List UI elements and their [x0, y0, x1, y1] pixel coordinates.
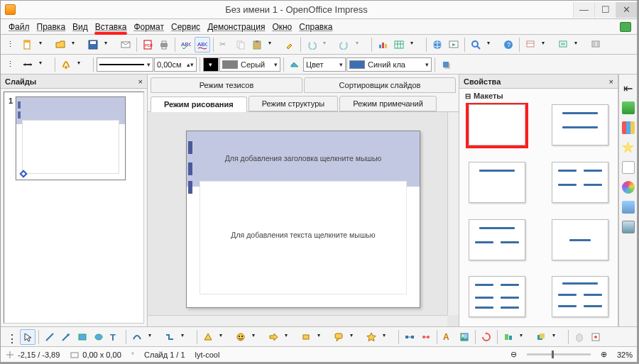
minimize-button[interactable]: —	[573, 2, 594, 18]
grip-icon[interactable]: ⋮	[4, 57, 19, 72]
paste-button[interactable]	[249, 37, 265, 53]
tab-slide-sorter[interactable]: Сортировщик слайдов	[304, 77, 456, 93]
line-style-select[interactable]: ▾	[97, 57, 153, 72]
tab-drawing-mode[interactable]: Режим рисования	[151, 96, 247, 112]
dropdown-icon[interactable]: ▾	[539, 37, 555, 53]
dropdown-icon[interactable]: ▾	[282, 329, 297, 345]
chart-button[interactable]	[375, 37, 390, 53]
table-button[interactable]	[391, 37, 407, 53]
current-slide[interactable]: Для добавления заголовка щелкните мышью …	[186, 131, 420, 308]
spellcheck-button[interactable]: ABC	[178, 37, 194, 53]
new-doc-button[interactable]	[20, 37, 36, 53]
line-color-button[interactable]	[58, 57, 74, 72]
slide-thumbnail[interactable]	[16, 96, 126, 180]
menu-help[interactable]: Справка	[295, 21, 336, 33]
dropdown-icon[interactable]: ▾	[315, 329, 330, 345]
dropdown-icon[interactable]: ▾	[75, 57, 90, 72]
line-width-input[interactable]: 0,00см▴▾	[154, 57, 197, 72]
dropdown-icon[interactable]: ▾	[353, 37, 368, 53]
open-button[interactable]	[53, 37, 68, 53]
undo-button[interactable]	[304, 37, 320, 53]
dropdown-icon[interactable]: ▾	[320, 37, 336, 53]
line-color-swatch[interactable]: ▾	[203, 57, 219, 72]
zoom-in-button[interactable]: ⊕	[601, 350, 607, 359]
export-pdf-button[interactable]: PDF	[140, 37, 155, 53]
menu-slideshow[interactable]: Демонстрация	[204, 21, 268, 33]
dropdown-icon[interactable]: ▾	[550, 329, 565, 345]
block-arrows-tool[interactable]	[266, 329, 281, 345]
flowchart-tool[interactable]	[298, 329, 314, 345]
gallery-icon[interactable]	[622, 201, 635, 214]
menu-view[interactable]: Вид	[69, 21, 92, 33]
download-button-icon[interactable]	[620, 22, 631, 32]
title-placeholder[interactable]: Для добавления заголовка щелкните мышью	[187, 154, 420, 162]
close-button[interactable]: ✕	[616, 2, 637, 18]
menu-file[interactable]: Файл	[5, 21, 33, 33]
dropdown-icon[interactable]: ▾	[249, 329, 265, 345]
autospell-button[interactable]: ABC	[195, 37, 210, 53]
shadow-button[interactable]	[438, 57, 454, 72]
email-button[interactable]	[118, 37, 133, 53]
dropdown-icon[interactable]: ▾	[102, 37, 117, 53]
rotate-tool[interactable]	[479, 329, 494, 345]
area-button[interactable]	[287, 57, 302, 72]
dropdown-icon[interactable]: ▾	[347, 329, 363, 345]
layouts-group-header[interactable]: Макеты	[459, 89, 618, 103]
menu-tools[interactable]: Сервис	[168, 21, 204, 33]
cut-button[interactable]: ✂	[217, 37, 232, 53]
slide-canvas[interactable]: Для добавления заголовка щелкните мышью …	[148, 112, 459, 326]
arrow-style-button[interactable]	[20, 57, 36, 72]
save-button[interactable]	[85, 37, 101, 53]
layout-title-content[interactable]	[552, 104, 608, 145]
points-edit-tool[interactable]	[402, 329, 417, 345]
grip-icon[interactable]: ⋮	[4, 37, 19, 53]
tab-outline-mode[interactable]: Режим тезисов	[151, 77, 302, 93]
dropdown-icon[interactable]: ▾	[217, 329, 232, 345]
menu-edit[interactable]: Правка	[33, 21, 70, 33]
basic-shapes-tool[interactable]	[200, 329, 216, 345]
shadow-color-select[interactable]: Синий кла▾	[346, 57, 432, 72]
layout-title-only[interactable]	[469, 162, 525, 203]
dropdown-icon[interactable]: ▾	[69, 37, 84, 53]
slide-layout-button[interactable]	[588, 37, 604, 53]
zoom-out-button[interactable]: ⊖	[510, 350, 517, 359]
menu-format[interactable]: Формат	[130, 21, 168, 33]
glue-points-tool[interactable]	[418, 329, 434, 345]
properties-panel-close-icon[interactable]: ×	[609, 77, 613, 86]
tab-structure-mode[interactable]: Режим структуры	[248, 96, 339, 111]
symbol-shapes-tool[interactable]	[233, 329, 248, 345]
help-button[interactable]: ?	[501, 37, 516, 53]
curve-tool[interactable]	[129, 329, 145, 345]
print-button[interactable]	[156, 37, 172, 53]
dropdown-icon[interactable]: ▾	[517, 329, 532, 345]
layout-two-content[interactable]	[552, 162, 608, 203]
dropdown-icon[interactable]: ▾	[36, 37, 52, 53]
stars-tool[interactable]	[364, 329, 379, 345]
line-color-select[interactable]: Цвет▾	[303, 57, 346, 72]
tab-notes-mode[interactable]: Режим примечаний	[339, 96, 437, 111]
fill-style-select[interactable]: Серый▾	[219, 57, 280, 72]
connector-tool[interactable]	[162, 329, 178, 345]
zoom-value[interactable]: 32%	[617, 351, 633, 359]
dropdown-icon[interactable]: ▾	[380, 329, 395, 345]
palette-icon[interactable]	[622, 181, 635, 194]
arrange-tool[interactable]	[533, 329, 549, 345]
callout-tool[interactable]	[331, 329, 346, 345]
text-tool[interactable]: T	[107, 329, 123, 345]
fontwork-tool[interactable]: A	[440, 329, 456, 345]
maximize-button[interactable]: ☐	[594, 2, 616, 18]
dropdown-icon[interactable]: ▾	[266, 37, 281, 53]
dropdown-icon[interactable]: ▾	[572, 37, 587, 53]
dropdown-icon[interactable]: ▾	[408, 37, 423, 53]
body-placeholder[interactable]: Для добавления текста щелкните мышью	[187, 231, 420, 239]
extrusion-tool[interactable]	[572, 329, 587, 345]
dropdown-icon[interactable]: ▾	[178, 329, 194, 345]
slideshow-button[interactable]	[446, 37, 462, 53]
layout-blank[interactable]	[469, 104, 525, 145]
sidebar-toggle-icon[interactable]: ⇤	[621, 79, 636, 94]
menu-insert[interactable]: Вставка	[92, 21, 131, 33]
ellipse-tool[interactable]	[91, 329, 106, 345]
align-tool[interactable]	[501, 329, 516, 345]
copy-button[interactable]	[233, 37, 248, 53]
dropdown-icon[interactable]: ▾	[484, 37, 500, 53]
